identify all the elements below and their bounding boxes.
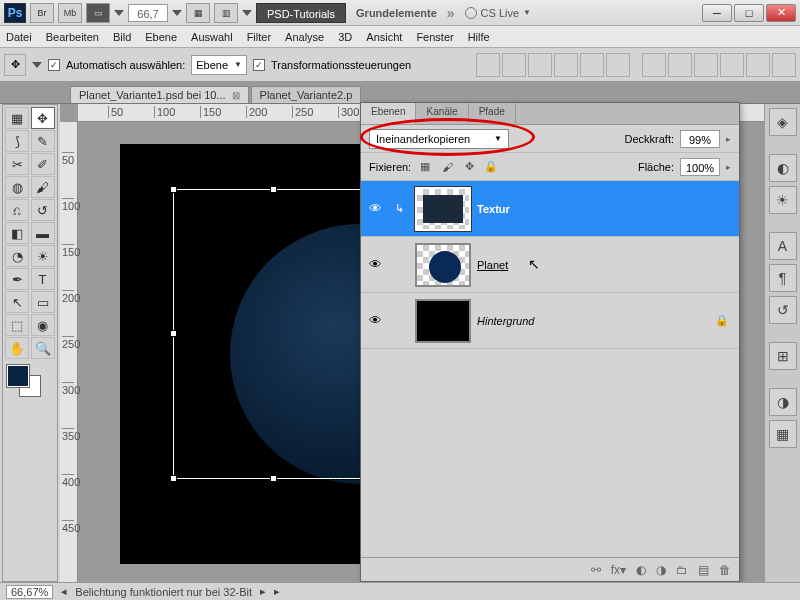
distribute-button[interactable] — [694, 53, 718, 77]
minibridge-button[interactable]: Mb — [58, 3, 82, 23]
new-layer-icon[interactable]: ▤ — [698, 563, 709, 577]
history-dock-icon[interactable]: ↺ — [769, 296, 797, 324]
shape-tool[interactable]: ▭ — [31, 291, 55, 313]
zoom-field[interactable]: 66,7 — [128, 4, 168, 22]
swatch-dock-icon[interactable]: ▦ — [769, 420, 797, 448]
layer-name[interactable]: Planet — [477, 259, 508, 271]
transform-handle[interactable] — [270, 186, 277, 193]
link-icon[interactable]: ⚯ — [591, 563, 601, 577]
lock-position-icon[interactable]: ✥ — [461, 159, 477, 175]
layers-dock-icon[interactable]: ◈ — [769, 108, 797, 136]
auto-select-combo[interactable]: Ebene ▼ — [191, 55, 247, 75]
dropdown-icon[interactable] — [172, 10, 182, 16]
menu-datei[interactable]: Datei — [6, 31, 32, 43]
lasso-tool[interactable]: ⟆ — [5, 130, 29, 152]
auto-select-checkbox[interactable]: ✓ — [48, 59, 60, 71]
align-button[interactable] — [554, 53, 578, 77]
close-button[interactable]: ✕ — [766, 4, 796, 22]
align-button[interactable] — [580, 53, 604, 77]
distribute-button[interactable] — [668, 53, 692, 77]
foreground-color[interactable] — [7, 365, 29, 387]
lock-pixels-icon[interactable]: 🖌 — [439, 159, 455, 175]
status-nav-icon[interactable]: ◂ — [61, 585, 67, 598]
blend-mode-combo[interactable]: Ineinanderkopieren ▼ — [369, 129, 509, 149]
dodge-tool[interactable]: ☀ — [31, 245, 55, 267]
menu-3d[interactable]: 3D — [338, 31, 352, 43]
lock-transparent-icon[interactable]: ▦ — [417, 159, 433, 175]
align-button[interactable] — [606, 53, 630, 77]
brush-tool[interactable]: 🖌 — [31, 176, 55, 198]
visibility-icon[interactable]: 👁 — [361, 201, 389, 216]
document-tab[interactable]: Planet_Variante2.p — [251, 86, 362, 103]
arrange-button[interactable]: ▥ — [214, 3, 238, 23]
fill-field[interactable]: 100% — [680, 158, 720, 176]
transform-handle[interactable] — [170, 186, 177, 193]
history-brush-tool[interactable]: ↺ — [31, 199, 55, 221]
stamp-tool[interactable]: ⎌ — [5, 199, 29, 221]
3d-camera-tool[interactable]: ◉ — [31, 314, 55, 336]
paragraph-dock-icon[interactable]: ¶ — [769, 264, 797, 292]
status-nav-icon[interactable]: ▸ — [260, 585, 266, 598]
bridge-button[interactable]: Br — [30, 3, 54, 23]
status-menu-icon[interactable]: ▸ — [274, 585, 280, 598]
transform-handle[interactable] — [170, 475, 177, 482]
tab-kanaele[interactable]: Kanäle — [416, 103, 468, 124]
menu-bild[interactable]: Bild — [113, 31, 131, 43]
nav-dock-icon[interactable]: ⊞ — [769, 342, 797, 370]
blur-tool[interactable]: ◔ — [5, 245, 29, 267]
layer-row[interactable]: 👁 ↳ Textur — [361, 181, 739, 237]
pen-tool[interactable]: ✒ — [5, 268, 29, 290]
menu-fenster[interactable]: Fenster — [416, 31, 453, 43]
visibility-icon[interactable]: 👁 — [361, 313, 389, 328]
menu-auswahl[interactable]: Auswahl — [191, 31, 233, 43]
hand-tool[interactable]: ✋ — [5, 337, 29, 359]
zoom-tool[interactable]: 🔍 — [31, 337, 55, 359]
menu-hilfe[interactable]: Hilfe — [468, 31, 490, 43]
menu-bearbeiten[interactable]: Bearbeiten — [46, 31, 99, 43]
transform-handle[interactable] — [170, 330, 177, 337]
adjustment-icon[interactable]: ◑ — [656, 563, 666, 577]
layer-name[interactable]: Textur — [477, 203, 510, 215]
dropdown-icon[interactable] — [32, 62, 42, 68]
distribute-button[interactable] — [642, 53, 666, 77]
dropdown-icon[interactable] — [114, 10, 124, 16]
tab-pfade[interactable]: Pfade — [469, 103, 516, 124]
delete-icon[interactable]: 🗑 — [719, 563, 731, 577]
view-extras-button[interactable]: ▦ — [186, 3, 210, 23]
layer-row[interactable]: 👁 Planet — [361, 237, 739, 293]
align-button[interactable] — [528, 53, 552, 77]
align-button[interactable] — [502, 53, 526, 77]
transform-handle[interactable] — [270, 475, 277, 482]
maximize-button[interactable]: □ — [734, 4, 764, 22]
screen-mode-button[interactable]: ▭ — [86, 3, 110, 23]
lock-all-icon[interactable]: 🔒 — [483, 159, 499, 175]
chevron-right-icon[interactable]: » — [447, 5, 455, 21]
photoshop-icon[interactable]: Ps — [4, 3, 26, 23]
menu-analyse[interactable]: Analyse — [285, 31, 324, 43]
layer-thumbnail[interactable] — [415, 187, 471, 231]
close-icon[interactable]: ⊠ — [232, 90, 240, 101]
document-tab[interactable]: Planet_Variante1.psd bei 10... ⊠ — [70, 86, 249, 103]
layer-thumbnail[interactable] — [415, 243, 471, 287]
move-tool[interactable]: ▦ — [5, 107, 29, 129]
quickselect-tool[interactable]: ✎ — [31, 130, 55, 152]
distribute-button[interactable] — [746, 53, 770, 77]
layer-thumbnail[interactable] — [415, 299, 471, 343]
crop-tool[interactable]: ✂ — [5, 153, 29, 175]
cs-live-button[interactable]: CS Live ▼ — [459, 7, 537, 19]
tab-ebenen[interactable]: Ebenen — [361, 103, 416, 124]
layer-name[interactable]: Hintergrund — [477, 315, 534, 327]
gradient-tool[interactable]: ▬ — [31, 222, 55, 244]
menu-filter[interactable]: Filter — [247, 31, 271, 43]
path-tool[interactable]: ↖ — [5, 291, 29, 313]
menu-ansicht[interactable]: Ansicht — [366, 31, 402, 43]
char-dock-icon[interactable]: A — [769, 232, 797, 260]
mask-icon[interactable]: ◐ — [636, 563, 646, 577]
distribute-button[interactable] — [772, 53, 796, 77]
fx-icon[interactable]: fx▾ — [611, 563, 626, 577]
info-dock-icon[interactable]: ◑ — [769, 388, 797, 416]
adjust-dock-icon[interactable]: ☀ — [769, 186, 797, 214]
transform-bounding-box[interactable] — [173, 189, 373, 479]
menu-ebene[interactable]: Ebene — [145, 31, 177, 43]
eyedropper-tool[interactable]: ✐ — [31, 153, 55, 175]
